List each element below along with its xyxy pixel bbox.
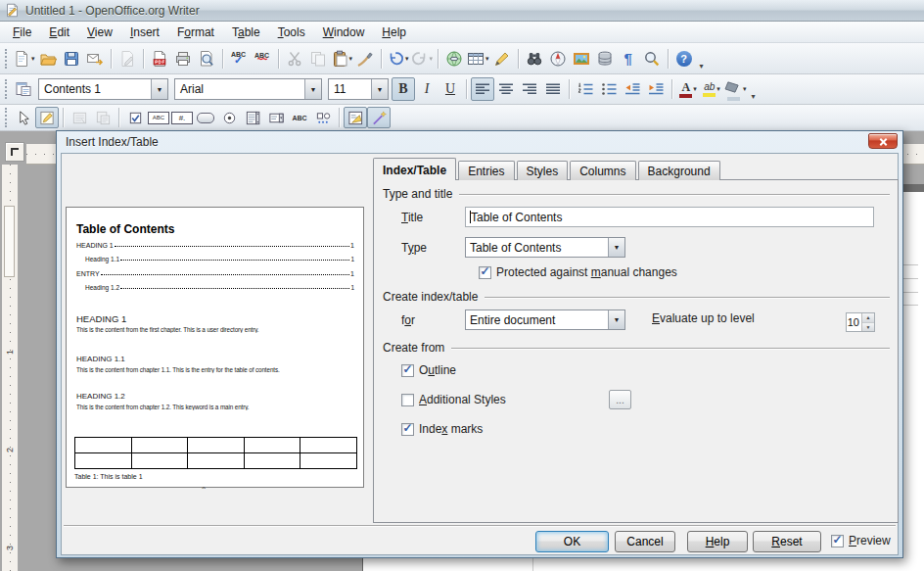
undo-dropdown-arrow-icon[interactable]: ▾ <box>405 55 409 63</box>
redo-dropdown-arrow-icon[interactable]: ▾ <box>430 55 434 63</box>
new-document-button[interactable]: ▾ <box>12 47 36 71</box>
table-button[interactable]: ▾ <box>466 47 490 71</box>
text-box-control-button[interactable]: ABC <box>147 107 170 128</box>
preview-checkbox-row[interactable]: ✓ Preview <box>831 534 891 547</box>
menu-table[interactable]: Table <box>223 22 269 42</box>
toolbar-grip[interactable] <box>5 108 7 127</box>
check-box-control-button[interactable] <box>123 107 147 128</box>
tab-index-table[interactable]: Index/Table <box>373 158 456 180</box>
select-button[interactable] <box>12 107 35 128</box>
menu-window[interactable]: Window <box>314 22 374 42</box>
save-button[interactable] <box>60 47 83 71</box>
menu-format[interactable]: Format <box>168 22 223 42</box>
toolbar-options-arrow-icon[interactable]: ▾ <box>752 92 756 104</box>
paragraph-style-combo[interactable]: Contents 1 ▼ <box>38 78 168 100</box>
spinner-down-button[interactable]: ▼ <box>862 323 874 332</box>
underline-button[interactable]: U <box>439 77 462 101</box>
bullet-list-button[interactable] <box>597 77 621 101</box>
outline-checkbox[interactable]: ✓ <box>401 364 414 377</box>
reset-button[interactable]: Reset <box>753 531 821 552</box>
page-preview-button[interactable] <box>195 47 218 71</box>
numbered-list-button[interactable] <box>574 77 597 101</box>
menu-edit[interactable]: Edit <box>40 22 78 42</box>
nonprinting-characters-button[interactable]: ¶ <box>617 47 640 71</box>
styles-button[interactable] <box>12 77 35 101</box>
option-button-control-button[interactable] <box>217 107 241 128</box>
tab-stop-selector[interactable] <box>5 142 24 162</box>
additional-styles-checkbox-row[interactable]: ✓ Additional Styles <box>401 393 506 406</box>
menu-help[interactable]: Help <box>373 22 415 42</box>
additional-styles-checkbox[interactable]: ✓ <box>401 394 414 406</box>
highlighting-button[interactable]: ab ▾ <box>700 77 723 101</box>
font-name-combo[interactable]: Arial ▼ <box>174 78 322 100</box>
undo-button[interactable]: ▾ <box>386 47 410 71</box>
highlighting-dropdown-arrow-icon[interactable]: ▾ <box>716 85 720 93</box>
font-name-dropdown-button[interactable]: ▼ <box>304 79 321 99</box>
email-button[interactable] <box>83 47 107 71</box>
outline-checkbox-row[interactable]: ✓ Outline <box>401 363 456 377</box>
preview-splitter-handle[interactable]: ⌃ <box>197 488 210 496</box>
type-select[interactable]: Table of Contents ▼ <box>465 237 625 258</box>
edit-file-button[interactable] <box>116 47 139 71</box>
preview-checkbox[interactable]: ✓ <box>831 535 844 547</box>
menu-view[interactable]: View <box>78 22 121 42</box>
label-control-button[interactable]: ABC <box>288 107 311 128</box>
ok-button[interactable]: OK <box>535 531 609 552</box>
decrease-indent-button[interactable] <box>621 77 644 101</box>
wizards-button[interactable] <box>367 107 391 128</box>
menu-insert[interactable]: Insert <box>121 22 168 42</box>
control-properties-button[interactable] <box>68 107 91 128</box>
paste-button[interactable]: ▾ <box>330 47 354 71</box>
print-button[interactable] <box>171 47 195 71</box>
font-size-value[interactable]: 11 <box>329 79 371 99</box>
format-paintbrush-button[interactable] <box>353 47 377 71</box>
redo-button[interactable]: ▾ <box>410 47 435 71</box>
index-marks-checkbox[interactable]: ✓ <box>401 423 414 436</box>
align-left-button[interactable] <box>471 77 494 101</box>
tab-entries[interactable]: Entries <box>458 161 514 180</box>
increase-indent-button[interactable] <box>644 77 668 101</box>
font-color-button[interactable]: A ▾ <box>676 77 700 101</box>
cancel-button[interactable]: Cancel <box>615 531 675 552</box>
for-select[interactable]: Entire document ▼ <box>465 309 625 330</box>
menu-file[interactable]: File <box>4 22 40 42</box>
toolbar-grip[interactable] <box>5 79 7 99</box>
hyperlink-button[interactable] <box>442 47 466 71</box>
paragraph-style-dropdown-button[interactable]: ▼ <box>151 79 167 99</box>
spinner-up-button[interactable]: ▲ <box>862 313 874 323</box>
copy-button[interactable] <box>306 47 330 71</box>
data-sources-button[interactable] <box>593 47 617 71</box>
font-size-dropdown-button[interactable]: ▼ <box>371 79 388 99</box>
find-replace-button[interactable] <box>523 47 546 71</box>
help-button-dialog[interactable]: Help <box>687 531 748 552</box>
gallery-button[interactable] <box>570 47 593 71</box>
evaluate-level-spinner[interactable]: 10 ▲ ▼ <box>846 312 875 332</box>
paste-dropdown-arrow-icon[interactable]: ▾ <box>349 55 353 63</box>
tab-background[interactable]: Background <box>638 161 720 180</box>
close-button[interactable] <box>868 133 898 149</box>
evaluate-level-value[interactable]: 10 <box>847 313 861 331</box>
cut-button[interactable] <box>283 47 306 71</box>
font-color-dropdown-arrow-icon[interactable]: ▾ <box>693 85 697 93</box>
more-controls-button[interactable] <box>311 107 335 128</box>
type-select-dropdown-button[interactable]: ▼ <box>608 238 624 257</box>
font-name-value[interactable]: Arial <box>175 79 304 99</box>
protected-checkbox-row[interactable]: ✓ Protected against manual changes <box>479 265 677 279</box>
zoom-button[interactable] <box>640 47 664 71</box>
formatted-field-control-button[interactable]: #. <box>170 107 194 128</box>
open-button[interactable] <box>36 47 60 71</box>
export-pdf-button[interactable] <box>148 47 171 71</box>
italic-button[interactable]: I <box>415 77 439 101</box>
design-mode-button[interactable] <box>35 107 59 128</box>
form-properties-button[interactable] <box>91 107 115 128</box>
font-size-combo[interactable]: 11 ▼ <box>328 78 389 100</box>
toolbar-grip[interactable] <box>5 49 7 69</box>
bold-button[interactable]: B <box>392 77 415 101</box>
justify-button[interactable] <box>541 77 565 101</box>
for-select-dropdown-button[interactable]: ▼ <box>608 310 624 329</box>
list-box-control-button[interactable] <box>241 107 264 128</box>
combo-box-control-button[interactable] <box>264 107 288 128</box>
align-center-button[interactable] <box>494 77 518 101</box>
auto-spellcheck-button[interactable]: ABC~~ <box>251 47 274 71</box>
additional-styles-browse-button[interactable]: ... <box>609 390 631 409</box>
